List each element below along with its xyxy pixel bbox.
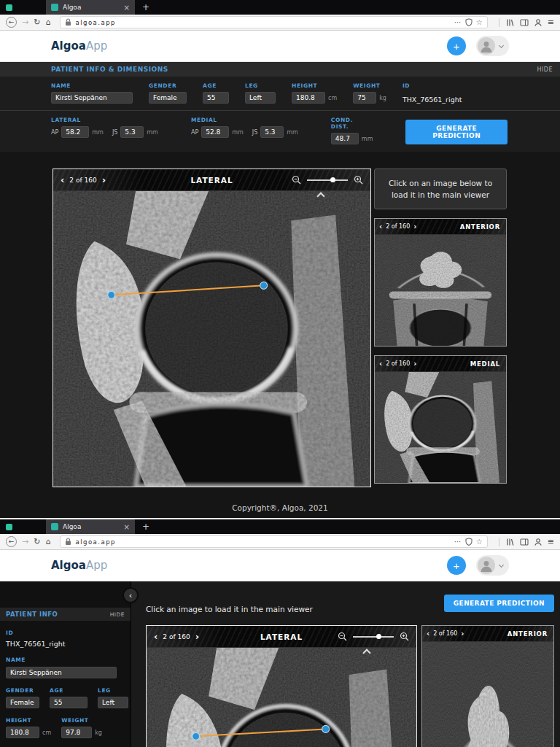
name-input[interactable] [51,92,133,104]
forward-button[interactable]: → [22,18,28,26]
shield-icon[interactable] [465,538,472,546]
page-actions-icon[interactable]: ⋯ [454,19,462,26]
generate-prediction-button[interactable]: GENERATE PREDICTION [444,595,554,612]
cond-dist-input[interactable] [331,133,359,144]
menu-button[interactable]: ≡ [548,18,554,26]
library-icon[interactable] [506,18,515,27]
bookmark-star-icon[interactable]: ☆ [476,19,483,26]
tab-close-icon[interactable]: × [124,523,130,531]
zoom-slider-knob[interactable] [330,177,335,182]
measurement-endpoint[interactable] [192,732,200,740]
leg-input[interactable] [245,92,276,104]
height-input[interactable] [292,92,325,104]
forward-button[interactable]: → [22,538,28,546]
next-image-button[interactable]: › [413,360,416,368]
new-tab-button[interactable]: + [142,522,149,532]
account-icon[interactable] [534,538,542,546]
hide-button[interactable]: HIDE [110,611,125,618]
sidebar-toggle-icon[interactable] [520,538,529,546]
patient-info-section-bar: PATIENT INFO HIDE [0,608,131,621]
add-button[interactable]: + [447,556,466,575]
thumbnail-anterior[interactable]: ‹ 2 of 160 › ANTERIOR [374,218,507,347]
patient-sidebar: PATIENT INFO HIDE ID THX_76561_right NAM… [0,581,131,747]
image-counter: 2 of 160 [386,223,410,230]
next-image-button[interactable]: › [102,175,106,185]
measurement-endpoint[interactable] [260,282,268,289]
weight-input[interactable] [353,92,376,104]
bookmark-star-icon[interactable]: ☆ [476,538,483,546]
zoom-out-icon[interactable] [338,632,347,641]
library-icon[interactable] [506,538,515,546]
reload-button[interactable]: ↻ [34,18,40,26]
page-actions-icon[interactable]: ⋯ [454,538,462,546]
weight-input[interactable] [61,727,92,738]
view-label: ANTERIOR [508,630,548,638]
lateral-js-input[interactable] [120,126,144,138]
lateral-ap-input[interactable] [61,126,89,138]
zoom-out-icon[interactable] [292,175,301,185]
height-input[interactable] [6,727,39,738]
next-image-button[interactable]: › [413,223,416,231]
zoom-slider[interactable] [307,179,348,181]
app-logo[interactable]: AlgoaApp [51,559,107,572]
mri-image-medial[interactable] [375,372,506,483]
account-icon[interactable] [534,18,542,27]
measurement-line[interactable] [53,191,370,487]
tab-close-icon[interactable]: × [124,4,130,12]
url-bar[interactable]: algoa.app ⋯ ☆ [60,535,487,548]
home-button[interactable]: ⌂ [45,18,50,26]
browser-tab[interactable]: Algoa × [46,519,135,534]
weight-label: WEIGHT [61,717,102,724]
new-tab-button[interactable]: + [142,2,149,12]
mri-image-anterior[interactable] [422,642,553,747]
zoom-slider-knob[interactable] [376,634,381,639]
url-bar[interactable]: algoa.app ⋯ ☆ [60,16,487,28]
sidebar-toggle-icon[interactable] [520,18,529,27]
sidebar-collapse-button[interactable]: ‹ [122,587,139,603]
back-button[interactable]: ← [6,17,17,28]
name-input[interactable] [6,667,117,678]
account-menu[interactable] [476,555,509,576]
thumbnail-medial[interactable]: ‹ 2 of 160 › MEDIAL [374,355,507,484]
measurement-endpoint[interactable] [108,291,115,298]
prev-image-button[interactable]: ‹ [379,360,382,368]
shield-icon[interactable] [465,18,472,26]
next-image-button[interactable]: › [195,632,199,641]
viewer-area: Click an image to load it in the main vi… [131,581,560,747]
gender-input[interactable] [6,697,39,708]
age-input[interactable] [50,697,88,708]
prev-image-button[interactable]: ‹ [154,632,158,641]
age-input[interactable] [203,92,229,104]
mri-image-anterior[interactable] [375,235,506,346]
hide-button[interactable]: HIDE [537,66,553,73]
thumbnail-anterior[interactable]: ‹ 2 of 160 › ANTERIOR [421,625,554,747]
home-button[interactable]: ⌂ [45,538,50,546]
thumbnail-column: Click on an image below to load it in th… [374,169,507,209]
measurement-line[interactable] [147,648,416,747]
reload-button[interactable]: ↻ [34,538,40,546]
main-viewer[interactable]: ‹ 2 of 160 › LATERAL [146,625,417,747]
gender-input[interactable] [149,92,187,104]
generate-prediction-button[interactable]: GENERATE PREDICTION [405,120,508,144]
prev-image-button[interactable]: ‹ [379,223,382,231]
thumbnail-hint: Click on an image below to load it in th… [374,169,507,209]
menu-button[interactable]: ≡ [548,538,554,546]
prev-image-button[interactable]: ‹ [61,175,64,185]
prev-image-button[interactable]: ‹ [427,630,429,638]
zoom-in-icon[interactable] [354,175,363,185]
image-counter: 2 of 160 [433,630,457,637]
medial-js-input[interactable] [260,126,284,138]
browser-tab[interactable]: Algoa × [46,0,135,15]
app-logo[interactable]: AlgoaApp [51,39,107,53]
account-menu[interactable] [476,36,509,56]
measurement-endpoint[interactable] [322,725,330,732]
add-button[interactable]: + [447,36,466,55]
image-counter: 2 of 160 [386,360,410,367]
leg-input[interactable] [98,697,128,708]
next-image-button[interactable]: › [461,630,464,638]
main-viewer[interactable]: ‹ 2 of 160 › LATERAL [52,169,371,487]
zoom-in-icon[interactable] [400,632,409,641]
zoom-slider[interactable] [353,636,394,638]
medial-ap-input[interactable] [201,126,229,138]
back-button[interactable]: ← [6,536,17,547]
